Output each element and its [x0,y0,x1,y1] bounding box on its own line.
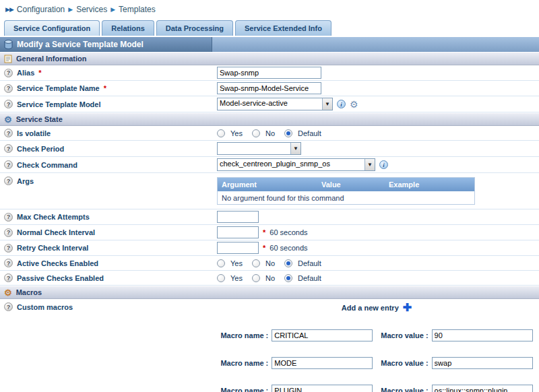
macro-row-critical: Macro name : Macro value : [220,329,532,341]
macro-row-plugin: Macro name : Macro value : [220,385,532,392]
column-header-argument: Argument [218,181,317,189]
help-icon[interactable]: ? [4,259,13,267]
gear-icon[interactable]: ⚙ [350,100,358,109]
radio-label-yes: Yes [230,259,243,267]
radio-no[interactable] [252,259,260,267]
section-title: Macros [16,288,42,296]
radio-no[interactable] [252,274,260,282]
macro-name-label: Macro name : [220,387,268,392]
tab-service-configuration[interactable]: Service Configuration [4,20,100,36]
help-icon[interactable]: ? [4,100,13,108]
help-icon[interactable]: ? [4,273,13,282]
help-icon[interactable]: ? [4,302,13,311]
required-marker: * [104,84,106,92]
plus-icon[interactable]: ✚ [403,302,412,313]
radio-no[interactable] [252,129,260,137]
label-cell: ? Service Template Model [0,100,212,108]
radio-label-no: No [265,274,275,282]
help-icon[interactable]: ? [4,213,13,222]
macro-name-input[interactable] [272,329,373,341]
section-title: Service State [16,115,63,123]
radio-label-no: No [265,259,275,267]
form-row-alias: ? Alias * [0,65,539,81]
help-icon[interactable]: ? [4,176,13,185]
args-table: Argument Value Example No argument found… [217,177,475,205]
breadcrumb-item-configuration[interactable]: Configuration [17,5,65,14]
macro-value-input[interactable] [432,357,533,369]
args-table-header: Argument Value Example [218,178,474,191]
tab-label: Data Processing [166,24,224,32]
form-row-normal-check-interval: ? Normal Check Interval * 60 seconds [0,225,539,240]
info-icon[interactable]: i [379,160,388,169]
dropdown-arrow-icon: ▼ [322,98,332,110]
dropdown-arrow-icon: ▼ [290,143,300,154]
max-check-attempts-input[interactable] [217,211,259,223]
select-value [218,143,290,154]
label-cell: ? Custom macros [0,299,212,311]
macro-value-input[interactable] [432,329,533,341]
macro-name-label: Macro name : [220,331,268,339]
breadcrumb-item-templates[interactable]: Templates [119,5,156,14]
field-label: Normal Check Interval [17,228,95,236]
tab-relations[interactable]: Relations [102,20,154,36]
help-icon[interactable]: ? [4,160,13,169]
interval-unit-text: 60 seconds [270,228,307,236]
breadcrumb-item-services[interactable]: Services [76,5,107,14]
info-icon[interactable]: i [337,100,346,108]
field-label: Alias [17,69,34,77]
section-service-state: ⚙ Service State [0,112,539,126]
help-icon[interactable]: ? [4,244,13,253]
radio-label-no: No [265,129,275,137]
tab-data-processing[interactable]: Data Processing [156,20,233,36]
macro-name-input[interactable] [272,357,373,369]
macro-name-input[interactable] [272,385,373,392]
add-macro-entry-button[interactable]: Add a new entry ✚ [342,302,412,314]
required-marker: * [263,244,265,252]
label-cell: ? Max Check Attempts [0,213,212,222]
radio-default[interactable] [284,129,292,137]
control-cell: check_centreon_plugin_snmp_os ▼ i [212,157,539,172]
label-cell: ? Service Template Name * [0,84,212,93]
gear-icon: ⚙ [4,115,12,124]
tab-label: Relations [111,24,145,32]
service-template-name-input[interactable] [217,82,321,94]
form-row-check-period: ? Check Period ▼ [0,141,539,157]
service-template-model-select[interactable]: Model-service-active ▼ [217,98,333,110]
dropdown-arrow-icon: ▼ [364,159,375,170]
radio-yes[interactable] [217,259,225,267]
radio-default[interactable] [284,259,292,267]
check-period-select[interactable]: ▼ [217,142,301,155]
form-row-is-volatile: ? Is volatile Yes No Default [0,126,539,141]
form-row-args: ? Args Argument Value Example No argumen… [0,173,539,209]
breadcrumb-lead-icon: ▶▶ [5,6,13,13]
radio-default[interactable] [284,274,292,282]
normal-check-interval-input[interactable] [217,226,259,238]
form-title-bar: Modify a Service Template Model [0,37,539,52]
retry-check-interval-input[interactable] [217,242,259,254]
label-cell: ? Normal Check Interval [0,228,212,237]
form-row-active-checks-enabled: ? Active Checks Enabled Yes No Default [0,256,539,271]
radio-yes[interactable] [217,129,225,137]
control-cell: Argument Value Example No argument found… [212,173,539,209]
form-row-passive-checks-enabled: ? Passive Checks Enabled Yes No Default [0,271,539,286]
alias-input[interactable] [217,67,321,79]
control-cell [212,65,539,80]
control-cell [212,81,539,96]
help-icon[interactable]: ? [4,228,13,237]
section-macros: ⚙ Macros [0,286,539,299]
check-command-select[interactable]: check_centreon_plugin_snmp_os ▼ [217,158,375,171]
macro-row-mode: Macro name : Macro value : [220,357,532,369]
macro-value-label: Macro value : [381,331,428,339]
tab-service-extended-info[interactable]: Service Extended Info [235,20,331,36]
tab-label: Service Extended Info [245,24,322,32]
help-icon[interactable]: ? [4,84,13,93]
help-icon[interactable]: ? [4,129,13,137]
form-row-retry-check-interval: ? Retry Check Interval * 60 seconds [0,240,539,256]
macro-value-input[interactable] [432,385,533,392]
field-label: Check Period [17,145,64,153]
is-volatile-radio-group: Yes No Default [212,128,539,139]
label-cell: ? Args [0,173,212,185]
radio-yes[interactable] [217,274,225,282]
help-icon[interactable]: ? [4,69,13,77]
help-icon[interactable]: ? [4,144,13,153]
